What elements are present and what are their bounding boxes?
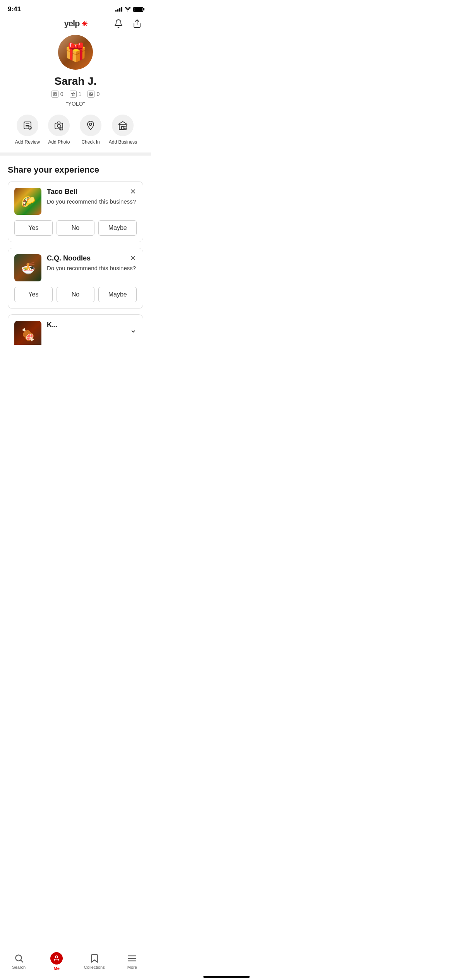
cq-noodles-recommend-buttons: Yes No Maybe (14, 287, 137, 302)
cq-noodles-close-button[interactable]: ✕ (128, 254, 137, 263)
check-in-button[interactable]: Check In (77, 115, 104, 145)
photo-count-icon (88, 91, 94, 98)
bottom-spacer (0, 355, 151, 389)
bell-icon (114, 19, 123, 28)
app-header: yelp ✳ (0, 15, 151, 29)
add-business-label: Add Business (109, 139, 137, 145)
share-icon (132, 19, 142, 28)
profile-section: Sarah J. 0 1 (0, 29, 151, 152)
partial-business-image: 🍖 (14, 321, 41, 345)
share-experience-section: Share your experience 🌮 Taco Bell Do you… (0, 156, 151, 355)
taco-bell-thumbnail: 🌮 (14, 188, 41, 215)
add-review-icon (17, 115, 38, 136)
partial-business-card: 🍖 K... ⌄ (8, 314, 143, 345)
partial-business-thumbnail: 🍖 (14, 321, 41, 345)
yelp-burst-icon: ✳ (82, 20, 87, 28)
avatar[interactable] (58, 35, 93, 70)
add-photo-label: Add Photo (48, 139, 70, 145)
header-actions (112, 17, 143, 30)
add-review-button[interactable]: Add Review (14, 115, 41, 145)
taco-bell-recommend-buttons: Yes No Maybe (14, 220, 137, 236)
cq-noodles-no-button[interactable]: No (57, 287, 95, 302)
cq-noodles-maybe-button[interactable]: Maybe (98, 287, 137, 302)
taco-bell-maybe-button[interactable]: Maybe (98, 220, 137, 236)
check-in-icon (80, 115, 101, 136)
add-photo-icon (48, 115, 70, 136)
cq-noodles-yes-button[interactable]: Yes (14, 287, 53, 302)
taco-bell-header: 🌮 Taco Bell Do you recommend this busine… (14, 188, 137, 215)
wifi-icon (125, 7, 131, 12)
yelp-logo: yelp ✳ (64, 19, 87, 29)
cq-noodles-name: C.Q. Noodles (47, 254, 137, 262)
notification-button[interactable] (112, 17, 125, 30)
cq-noodles-question: Do you recommend this business? (47, 264, 137, 272)
profile-bio: "YOLO" (66, 101, 85, 107)
taco-bell-card: 🌮 Taco Bell Do you recommend this busine… (8, 181, 143, 242)
taco-bell-image: 🌮 (14, 188, 41, 215)
add-photo-button[interactable]: Add Photo (45, 115, 72, 145)
status-time: 9:41 (8, 5, 21, 13)
svg-point-7 (57, 124, 60, 127)
battery-icon (133, 7, 143, 12)
cq-noodles-image: 🍜 (14, 254, 41, 281)
cq-noodles-thumbnail: 🍜 (14, 254, 41, 281)
photo-count: 0 (96, 91, 100, 97)
taco-bell-close-button[interactable]: ✕ (128, 187, 137, 196)
profile-name: Sarah J. (55, 75, 97, 87)
action-buttons-row: Add Review Add Photo (8, 115, 143, 152)
avatar-image (58, 35, 93, 70)
taco-bell-question: Do you recommend this business? (47, 197, 137, 206)
profile-stats: 0 1 0 (51, 91, 100, 98)
add-business-button[interactable]: Add Business (109, 115, 137, 145)
share-button[interactable] (131, 17, 143, 30)
cq-noodles-info: C.Q. Noodles Do you recommend this busin… (47, 254, 137, 272)
stat-reviews: 0 (51, 91, 63, 98)
share-experience-title: Share your experience (8, 165, 143, 175)
add-business-icon (112, 115, 134, 136)
review-count: 0 (60, 91, 63, 97)
cq-noodles-header: 🍜 C.Q. Noodles Do you recommend this bus… (14, 254, 137, 281)
partial-business-info: K... (47, 321, 137, 331)
status-bar: 9:41 (0, 0, 151, 15)
stat-stars: 1 (70, 91, 82, 98)
expand-card-button[interactable]: ⌄ (130, 325, 137, 335)
taco-bell-info: Taco Bell Do you recommend this business… (47, 188, 137, 206)
star-count-icon (70, 91, 77, 98)
partial-business-header: 🍖 K... (14, 321, 137, 345)
status-icons (115, 7, 143, 12)
signal-icon (115, 7, 122, 12)
taco-bell-name: Taco Bell (47, 188, 137, 196)
check-in-label: Check In (81, 139, 100, 145)
cq-noodles-card: 🍜 C.Q. Noodles Do you recommend this bus… (8, 248, 143, 309)
stat-photos: 0 (88, 91, 100, 98)
partial-business-name: K... (47, 321, 137, 329)
star-count: 1 (79, 91, 82, 97)
review-count-icon (51, 91, 58, 98)
section-divider (0, 152, 151, 156)
taco-bell-no-button[interactable]: No (57, 220, 95, 236)
add-review-label: Add Review (15, 139, 40, 145)
taco-bell-yes-button[interactable]: Yes (14, 220, 53, 236)
